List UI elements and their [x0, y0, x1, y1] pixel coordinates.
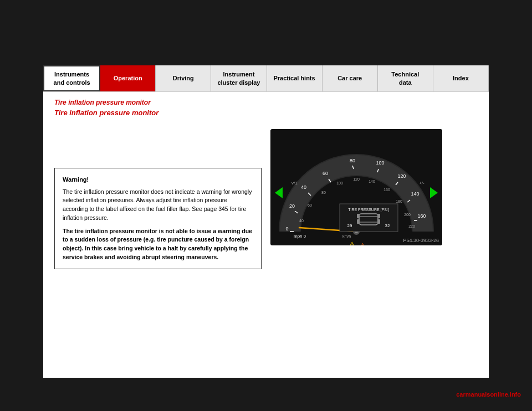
svg-text:40: 40 — [301, 184, 306, 190]
svg-text:29: 29 — [347, 223, 352, 228]
gauge-svg: 0 20 40 60 80 100 120 140 160 40 60 80 1… — [270, 129, 442, 245]
svg-text:km/h: km/h — [342, 234, 351, 238]
nav-item-instruments[interactable]: Instruments and controls — [43, 65, 100, 91]
nav-item-practical-hints[interactable]: Practical hints — [267, 65, 323, 91]
image-label: P54.30-3933-26 — [403, 238, 439, 243]
svg-text:60: 60 — [323, 171, 328, 176]
cluster-image: 0 20 40 60 80 100 120 140 160 40 60 80 1… — [270, 129, 442, 245]
svg-text:0: 0 — [285, 226, 288, 232]
svg-rect-47 — [357, 219, 360, 224]
warning-box: Warning! The tire inflation pressure mon… — [54, 168, 262, 269]
nav-item-technical-data[interactable]: Technical data — [378, 65, 433, 91]
svg-rect-45 — [357, 214, 360, 218]
nav-item-index[interactable]: Index — [433, 65, 489, 91]
svg-text:20: 20 — [289, 203, 295, 209]
svg-text:+/-: +/- — [419, 181, 424, 186]
nav-item-driving[interactable]: Driving — [156, 65, 211, 91]
svg-text:140: 140 — [411, 191, 419, 197]
svg-text:120: 120 — [353, 177, 360, 181]
svg-text:100: 100 — [336, 181, 343, 185]
main-content: Instruments and controls Operation Drivi… — [43, 65, 489, 378]
svg-text:160: 160 — [417, 213, 426, 219]
svg-text:80: 80 — [350, 158, 355, 163]
svg-text:0: 0 — [304, 234, 306, 238]
svg-text:180: 180 — [396, 199, 402, 203]
content-columns: Warning! The tire inflation pressure mon… — [54, 124, 478, 269]
nav-item-instrument-cluster[interactable]: Instrument cluster display — [211, 65, 267, 91]
section-title: Tire inflation pressure monitor — [54, 109, 478, 117]
watermark-highlight: car — [456, 391, 466, 398]
svg-text:220: 220 — [408, 224, 415, 228]
watermark: carmanualsonline.info — [456, 391, 521, 398]
svg-text:200: 200 — [404, 213, 411, 217]
bottom-bar: carmanualsonline.info — [0, 378, 532, 411]
nav-item-car-care[interactable]: Car care — [323, 65, 378, 91]
warning-title: Warning! — [63, 175, 253, 184]
breadcrumb: Tire inflation pressure monitor — [54, 99, 478, 106]
svg-text:⚠: ⚠ — [348, 240, 356, 245]
svg-text:TIRE PRESSURE [PSI]: TIRE PRESSURE [PSI] — [348, 208, 389, 212]
svg-text:40: 40 — [299, 219, 304, 223]
svg-rect-46 — [377, 214, 380, 218]
page-body: Tire inflation pressure monitor Tire inf… — [43, 92, 489, 276]
svg-text:160: 160 — [383, 188, 390, 192]
warning-paragraph-2: The tire inflation pressure monitor is n… — [63, 227, 253, 262]
warning-paragraph-1: The tire inflation pressure monitor does… — [63, 188, 253, 223]
nav-bar: Instruments and controls Operation Drivi… — [43, 65, 489, 92]
svg-rect-48 — [377, 219, 380, 224]
svg-text:60: 60 — [308, 203, 312, 207]
svg-text:⚠: ⚠ — [359, 242, 366, 245]
svg-text:80: 80 — [321, 191, 326, 194]
svg-text:32: 32 — [385, 223, 390, 228]
svg-text:100: 100 — [376, 160, 384, 166]
svg-text:mph: mph — [294, 234, 303, 239]
svg-text:140: 140 — [369, 179, 375, 183]
right-column: 0 20 40 60 80 100 120 140 160 40 60 80 1… — [270, 124, 478, 269]
svg-text:120: 120 — [397, 173, 406, 179]
left-column: Warning! The tire inflation pressure mon… — [54, 124, 262, 269]
nav-item-operation[interactable]: Operation — [100, 65, 156, 91]
svg-text:v/1: v/1 — [291, 181, 298, 186]
